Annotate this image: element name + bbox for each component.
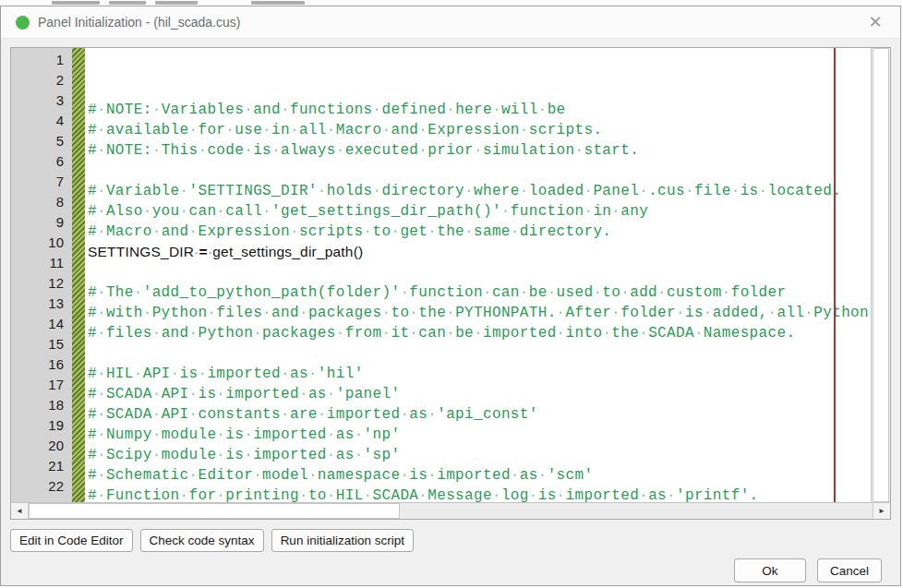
panel-initialization-dialog: Panel Initialization - (hil_scada.cus) ✕… — [0, 6, 901, 586]
cancel-button[interactable]: Cancel — [817, 558, 882, 582]
scroll-left-arrow-icon[interactable]: ◄ — [11, 503, 29, 519]
comment-line: #·Function·for·printing·to·HIL·SCADA·Mes… — [88, 486, 871, 502]
horizontal-scroll-track[interactable] — [29, 503, 873, 519]
comment-line: #·NOTE:·Variables·and·functions·defined·… — [88, 100, 871, 120]
titlebar[interactable]: Panel Initialization - (hil_scada.cus) ✕ — [1, 6, 900, 39]
comment-line — [88, 262, 871, 282]
fold-margin — [72, 48, 85, 502]
line-number: 16 — [11, 354, 72, 375]
line-number: 5 — [11, 131, 72, 151]
comment-line: #·SCADA·API·constants·are·imported·as·'a… — [88, 404, 871, 425]
code-line: SETTINGS_DIR·=·get_settings_dir_path() — [88, 242, 871, 262]
comment-line — [88, 343, 871, 364]
line-number: 9 — [11, 212, 72, 233]
ok-button[interactable]: Ok — [734, 558, 806, 582]
line-number: 19 — [11, 415, 72, 436]
editor-main-area: 12345678910111213141516171819202122 #·NO… — [11, 48, 890, 502]
close-icon[interactable]: ✕ — [861, 8, 889, 36]
line-number: 11 — [11, 253, 72, 273]
line-number: 13 — [11, 294, 72, 314]
line-number: 7 — [11, 172, 72, 192]
comment-line: #·Numpy·module·is·imported·as·'np' — [88, 425, 871, 445]
column-ruler-line — [834, 48, 836, 502]
run-initialization-script-button[interactable]: Run initialization script — [271, 529, 414, 552]
window-title: Panel Initialization - (hil_scada.cus) — [38, 15, 240, 30]
comment-line: #·with·Python·files·and·packages·to·the·… — [88, 303, 871, 323]
dialog-footer: Ok Cancel — [734, 558, 882, 582]
line-number: 10 — [11, 233, 72, 253]
comment-line: #·The·'add_to_python_path(folder)'·funct… — [88, 282, 871, 303]
line-number: 6 — [11, 151, 72, 172]
line-number: 3 — [11, 90, 72, 111]
comment-line: #·Scipy·module·is·imported·as·'sp' — [88, 445, 871, 465]
line-number: 21 — [11, 456, 72, 476]
line-number: 1 — [11, 50, 72, 70]
code-text-area[interactable]: #·NOTE:·Variables·and·functions·defined·… — [85, 48, 871, 502]
comment-line: #·NOTE:·This·code·is·always·executed·pri… — [88, 140, 871, 161]
comment-line: #·Also·you·can·call·'get_settings_dir_pa… — [88, 201, 871, 222]
comment-line: #·available·for·use·in·all·Macro·and·Exp… — [88, 120, 871, 140]
green-status-dot-icon — [16, 16, 30, 30]
line-number: 8 — [11, 192, 72, 212]
editor-toolbar: Edit in Code Editor Check code syntax Ru… — [10, 529, 414, 552]
vertical-scroll-thumb[interactable] — [873, 48, 889, 502]
line-number: 4 — [11, 111, 72, 131]
comment-line: #·HIL·API·is·imported·as·'hil' — [88, 364, 871, 384]
line-number: 20 — [11, 436, 72, 456]
line-number: 12 — [11, 273, 72, 294]
edit-in-code-editor-button[interactable]: Edit in Code Editor — [10, 529, 133, 552]
screen: Panel Initialization - (hil_scada.cus) ✕… — [0, 0, 903, 588]
comment-line: #·files·and·Python·packages·from·it·can·… — [88, 323, 871, 343]
line-number-gutter: 12345678910111213141516171819202122 — [11, 48, 72, 502]
vertical-scrollbar[interactable] — [871, 48, 890, 502]
line-number: 2 — [11, 70, 72, 90]
comment-line — [88, 161, 871, 181]
line-number: 15 — [11, 334, 72, 354]
code-editor[interactable]: 12345678910111213141516171819202122 #·NO… — [10, 47, 891, 520]
check-code-syntax-button[interactable]: Check code syntax — [140, 529, 264, 552]
line-number: 18 — [11, 395, 72, 415]
comment-line: #·Schematic·Editor·model·namespace·is·im… — [88, 465, 871, 486]
line-number: 17 — [11, 375, 72, 395]
horizontal-scrollbar[interactable]: ◄ ► — [11, 502, 890, 519]
comment-line: #·SCADA·API·is·imported·as·'panel' — [88, 384, 871, 404]
line-number: 14 — [11, 314, 72, 334]
line-number: 22 — [11, 476, 72, 497]
comment-line: #·Macro·and·Expression·scripts·to·get·th… — [88, 222, 871, 242]
scroll-right-arrow-icon[interactable]: ► — [873, 503, 890, 519]
horizontal-scroll-thumb[interactable] — [29, 503, 400, 519]
comment-line: #·Variable·'SETTINGS_DIR'·holds·director… — [88, 181, 871, 201]
